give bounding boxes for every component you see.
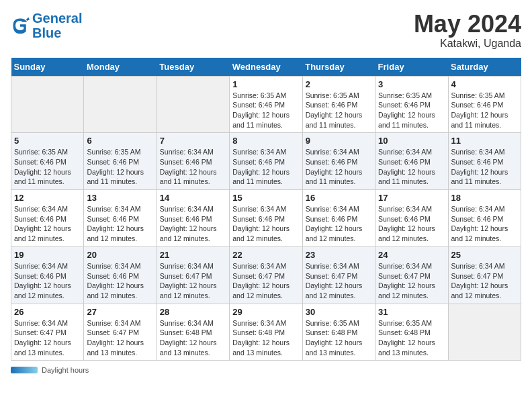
day-cell: 29Sunrise: 6:34 AM Sunset: 6:48 PM Dayli…: [230, 304, 302, 361]
day-number: 12: [14, 193, 81, 203]
day-cell: [157, 76, 229, 133]
day-info: Sunrise: 6:34 AM Sunset: 6:46 PM Dayligh…: [451, 147, 518, 187]
calendar-table: SundayMondayTuesdayWednesdayThursdayFrid…: [11, 58, 521, 361]
day-number: 28: [160, 307, 226, 317]
day-info: Sunrise: 6:34 AM Sunset: 6:46 PM Dayligh…: [87, 261, 153, 301]
day-cell: 27Sunrise: 6:34 AM Sunset: 6:47 PM Dayli…: [84, 304, 157, 361]
day-cell: 14Sunrise: 6:34 AM Sunset: 6:46 PM Dayli…: [157, 190, 229, 247]
day-info: Sunrise: 6:34 AM Sunset: 6:48 PM Dayligh…: [160, 318, 226, 358]
day-cell: 25Sunrise: 6:34 AM Sunset: 6:47 PM Dayli…: [448, 246, 521, 304]
day-number: 23: [306, 250, 372, 260]
daylight-bar: [11, 367, 38, 373]
day-number: 24: [378, 250, 445, 260]
day-cell: 4Sunrise: 6:35 AM Sunset: 6:46 PM Daylig…: [448, 76, 521, 133]
day-number: 7: [160, 136, 226, 146]
day-number: 14: [160, 193, 226, 203]
day-number: 22: [232, 250, 299, 260]
day-info: Sunrise: 6:34 AM Sunset: 6:46 PM Dayligh…: [160, 204, 226, 244]
day-cell: 16Sunrise: 6:34 AM Sunset: 6:46 PM Dayli…: [302, 190, 375, 247]
day-cell: 10Sunrise: 6:34 AM Sunset: 6:46 PM Dayli…: [375, 133, 448, 190]
day-cell: 23Sunrise: 6:34 AM Sunset: 6:47 PM Dayli…: [302, 246, 375, 304]
day-cell: 28Sunrise: 6:34 AM Sunset: 6:48 PM Dayli…: [157, 304, 229, 361]
day-number: 30: [306, 307, 372, 317]
day-number: 25: [451, 250, 518, 260]
day-number: 26: [14, 307, 81, 317]
day-info: Sunrise: 6:35 AM Sunset: 6:48 PM Dayligh…: [306, 318, 372, 358]
day-number: 27: [87, 307, 153, 317]
logo-icon: [11, 16, 30, 35]
day-cell: 6Sunrise: 6:35 AM Sunset: 6:46 PM Daylig…: [84, 133, 157, 190]
day-info: Sunrise: 6:34 AM Sunset: 6:47 PM Dayligh…: [306, 261, 372, 301]
day-number: 1: [232, 79, 299, 89]
day-info: Sunrise: 6:34 AM Sunset: 6:47 PM Dayligh…: [232, 261, 299, 301]
day-info: Sunrise: 6:34 AM Sunset: 6:46 PM Dayligh…: [87, 204, 153, 244]
day-info: Sunrise: 6:34 AM Sunset: 6:47 PM Dayligh…: [87, 318, 153, 358]
day-info: Sunrise: 6:34 AM Sunset: 6:46 PM Dayligh…: [306, 204, 372, 244]
day-info: Sunrise: 6:34 AM Sunset: 6:47 PM Dayligh…: [378, 261, 445, 301]
day-number: 21: [160, 250, 226, 260]
day-info: Sunrise: 6:35 AM Sunset: 6:46 PM Dayligh…: [87, 147, 153, 187]
day-number: 4: [451, 79, 518, 89]
day-cell: 17Sunrise: 6:34 AM Sunset: 6:46 PM Dayli…: [375, 190, 448, 247]
day-cell: 5Sunrise: 6:35 AM Sunset: 6:46 PM Daylig…: [11, 133, 84, 190]
day-number: 20: [87, 250, 153, 260]
page-header: General Blue May 2024 Katakwi, Uganda: [11, 11, 521, 50]
day-info: Sunrise: 6:34 AM Sunset: 6:46 PM Dayligh…: [14, 261, 81, 301]
day-info: Sunrise: 6:34 AM Sunset: 6:46 PM Dayligh…: [306, 147, 372, 187]
day-info: Sunrise: 6:34 AM Sunset: 6:46 PM Dayligh…: [232, 204, 299, 244]
day-info: Sunrise: 6:34 AM Sunset: 6:46 PM Dayligh…: [14, 204, 81, 244]
week-row-5: 26Sunrise: 6:34 AM Sunset: 6:47 PM Dayli…: [11, 304, 521, 361]
day-number: 31: [378, 307, 445, 317]
day-number: 15: [232, 193, 299, 203]
column-header-tuesday: Tuesday: [157, 58, 229, 77]
footer-label: Daylight hours: [42, 366, 89, 374]
day-cell: 13Sunrise: 6:34 AM Sunset: 6:46 PM Dayli…: [84, 190, 157, 247]
day-cell: 18Sunrise: 6:34 AM Sunset: 6:46 PM Dayli…: [448, 190, 521, 247]
day-info: Sunrise: 6:35 AM Sunset: 6:48 PM Dayligh…: [378, 318, 445, 358]
day-info: Sunrise: 6:35 AM Sunset: 6:46 PM Dayligh…: [451, 91, 518, 130]
day-number: 18: [451, 193, 518, 203]
day-cell: 11Sunrise: 6:34 AM Sunset: 6:46 PM Dayli…: [448, 133, 521, 190]
day-number: 6: [87, 136, 153, 146]
day-cell: [84, 76, 157, 133]
day-cell: 21Sunrise: 6:34 AM Sunset: 6:47 PM Dayli…: [157, 246, 229, 304]
calendar-subtitle: Katakwi, Uganda: [414, 38, 521, 50]
day-info: Sunrise: 6:34 AM Sunset: 6:46 PM Dayligh…: [232, 147, 299, 187]
column-header-friday: Friday: [375, 58, 448, 77]
day-cell: 31Sunrise: 6:35 AM Sunset: 6:48 PM Dayli…: [375, 304, 448, 361]
day-number: 19: [14, 250, 81, 260]
day-number: 5: [14, 136, 81, 146]
day-info: Sunrise: 6:35 AM Sunset: 6:46 PM Dayligh…: [378, 91, 445, 130]
day-cell: 19Sunrise: 6:34 AM Sunset: 6:46 PM Dayli…: [11, 246, 84, 304]
column-header-saturday: Saturday: [448, 58, 521, 77]
day-cell: [11, 76, 84, 133]
logo: General Blue: [11, 11, 82, 40]
day-number: 11: [451, 136, 518, 146]
day-info: Sunrise: 6:34 AM Sunset: 6:46 PM Dayligh…: [378, 204, 445, 244]
day-info: Sunrise: 6:34 AM Sunset: 6:46 PM Dayligh…: [451, 204, 518, 244]
day-number: 9: [306, 136, 372, 146]
day-info: Sunrise: 6:34 AM Sunset: 6:48 PM Dayligh…: [232, 318, 299, 358]
day-number: 10: [378, 136, 445, 146]
column-header-sunday: Sunday: [11, 58, 84, 77]
week-row-2: 5Sunrise: 6:35 AM Sunset: 6:46 PM Daylig…: [11, 133, 521, 190]
week-row-4: 19Sunrise: 6:34 AM Sunset: 6:46 PM Dayli…: [11, 246, 521, 304]
day-cell: 24Sunrise: 6:34 AM Sunset: 6:47 PM Dayli…: [375, 246, 448, 304]
day-cell: 15Sunrise: 6:34 AM Sunset: 6:46 PM Dayli…: [230, 190, 302, 247]
day-cell: 22Sunrise: 6:34 AM Sunset: 6:47 PM Dayli…: [230, 246, 302, 304]
footer: Daylight hours: [11, 366, 521, 374]
day-number: 29: [232, 307, 299, 317]
day-number: 17: [378, 193, 445, 203]
day-cell: 9Sunrise: 6:34 AM Sunset: 6:46 PM Daylig…: [302, 133, 375, 190]
column-header-monday: Monday: [84, 58, 157, 77]
day-cell: 1Sunrise: 6:35 AM Sunset: 6:46 PM Daylig…: [230, 76, 302, 133]
day-cell: 8Sunrise: 6:34 AM Sunset: 6:46 PM Daylig…: [230, 133, 302, 190]
day-number: 3: [378, 79, 445, 89]
day-cell: [448, 304, 521, 361]
logo-text: General Blue: [32, 11, 82, 40]
day-cell: 30Sunrise: 6:35 AM Sunset: 6:48 PM Dayli…: [302, 304, 375, 361]
day-number: 2: [306, 79, 372, 89]
day-cell: 20Sunrise: 6:34 AM Sunset: 6:46 PM Dayli…: [84, 246, 157, 304]
day-info: Sunrise: 6:35 AM Sunset: 6:46 PM Dayligh…: [14, 147, 81, 187]
day-cell: 26Sunrise: 6:34 AM Sunset: 6:47 PM Dayli…: [11, 304, 84, 361]
